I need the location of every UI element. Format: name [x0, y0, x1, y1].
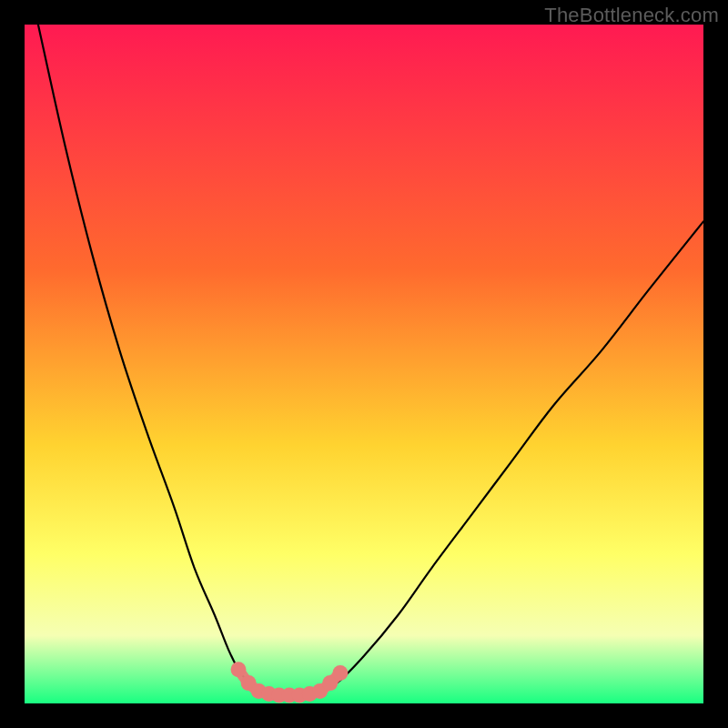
- watermark-text: TheBottleneck.com: [544, 4, 719, 27]
- chart-svg: [25, 25, 703, 703]
- outer-frame: TheBottleneck.com: [0, 0, 728, 728]
- plot-area: [25, 25, 703, 703]
- marker-dot: [332, 665, 348, 681]
- gradient-background: [25, 25, 703, 703]
- marker-dot: [230, 662, 246, 677]
